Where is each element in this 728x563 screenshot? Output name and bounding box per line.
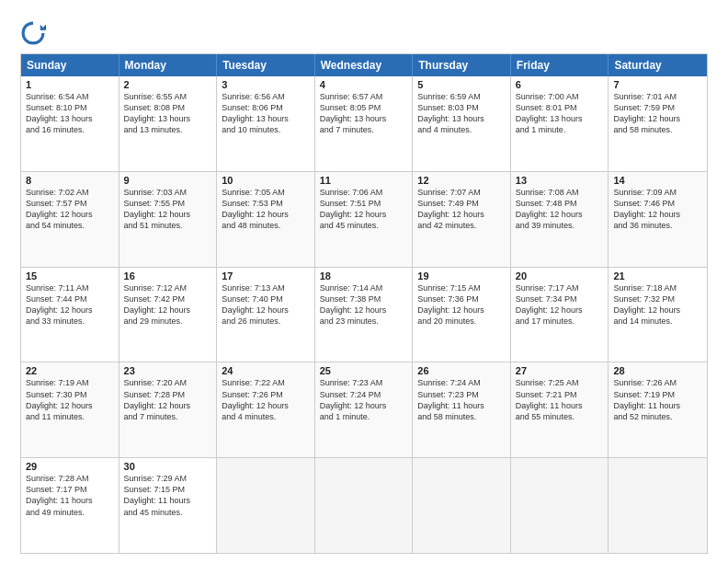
calendar-cell: 10Sunrise: 7:05 AM Sunset: 7:53 PM Dayli… <box>217 172 315 267</box>
day-number: 20 <box>516 270 604 282</box>
cell-details: Sunrise: 7:11 AM Sunset: 7:44 PM Dayligh… <box>26 282 114 327</box>
header-day-sunday: Sunday <box>21 54 119 76</box>
header <box>20 17 708 46</box>
day-number: 9 <box>124 175 212 186</box>
day-number: 24 <box>222 365 310 376</box>
calendar-cell: 14Sunrise: 7:09 AM Sunset: 7:46 PM Dayli… <box>609 172 707 267</box>
calendar-cell: 16Sunrise: 7:12 AM Sunset: 7:42 PM Dayli… <box>119 268 218 362</box>
calendar-cell <box>315 458 414 553</box>
cell-details: Sunrise: 7:20 AM Sunset: 7:28 PM Dayligh… <box>124 377 212 422</box>
calendar-cell: 4Sunrise: 6:57 AM Sunset: 8:05 PM Daylig… <box>315 76 414 171</box>
calendar-header: SundayMondayTuesdayWednesdayThursdayFrid… <box>21 54 707 76</box>
calendar-cell: 18Sunrise: 7:14 AM Sunset: 7:38 PM Dayli… <box>315 268 414 362</box>
cell-details: Sunrise: 7:17 AM Sunset: 7:34 PM Dayligh… <box>516 282 604 327</box>
header-day-friday: Friday <box>511 54 609 76</box>
cell-details: Sunrise: 6:57 AM Sunset: 8:05 PM Dayligh… <box>320 91 408 136</box>
cell-details: Sunrise: 7:09 AM Sunset: 7:46 PM Dayligh… <box>613 187 702 232</box>
cell-details: Sunrise: 7:15 AM Sunset: 7:36 PM Dayligh… <box>417 282 506 327</box>
day-number: 15 <box>26 270 114 282</box>
calendar-cell: 8Sunrise: 7:02 AM Sunset: 7:57 PM Daylig… <box>21 172 119 267</box>
calendar-cell: 24Sunrise: 7:22 AM Sunset: 7:26 PM Dayli… <box>217 362 315 457</box>
calendar-cell: 12Sunrise: 7:07 AM Sunset: 7:49 PM Dayli… <box>413 172 511 267</box>
calendar-cell: 11Sunrise: 7:06 AM Sunset: 7:51 PM Dayli… <box>315 172 414 267</box>
day-number: 1 <box>26 79 114 90</box>
day-number: 17 <box>222 270 310 282</box>
calendar: SundayMondayTuesdayWednesdayThursdayFrid… <box>20 53 708 554</box>
cell-details: Sunrise: 7:03 AM Sunset: 7:55 PM Dayligh… <box>124 187 212 232</box>
calendar-body: 1Sunrise: 6:54 AM Sunset: 8:10 PM Daylig… <box>21 76 707 553</box>
day-number: 7 <box>613 79 702 90</box>
cell-details: Sunrise: 6:56 AM Sunset: 8:06 PM Dayligh… <box>222 91 310 136</box>
calendar-cell: 5Sunrise: 6:59 AM Sunset: 8:03 PM Daylig… <box>413 76 511 171</box>
calendar-cell: 20Sunrise: 7:17 AM Sunset: 7:34 PM Dayli… <box>511 268 609 362</box>
calendar-cell <box>413 458 511 553</box>
calendar-cell: 26Sunrise: 7:24 AM Sunset: 7:23 PM Dayli… <box>413 362 511 457</box>
day-number: 26 <box>417 365 506 376</box>
day-number: 6 <box>516 79 604 90</box>
calendar-cell: 13Sunrise: 7:08 AM Sunset: 7:48 PM Dayli… <box>511 172 609 267</box>
day-number: 30 <box>124 461 212 472</box>
day-number: 19 <box>417 270 506 282</box>
calendar-week-3: 15Sunrise: 7:11 AM Sunset: 7:44 PM Dayli… <box>21 268 707 363</box>
day-number: 11 <box>320 175 408 186</box>
calendar-cell: 7Sunrise: 7:01 AM Sunset: 7:59 PM Daylig… <box>609 76 707 171</box>
day-number: 28 <box>613 365 702 376</box>
calendar-week-1: 1Sunrise: 6:54 AM Sunset: 8:10 PM Daylig… <box>21 76 707 172</box>
day-number: 25 <box>320 365 408 376</box>
cell-details: Sunrise: 7:02 AM Sunset: 7:57 PM Dayligh… <box>26 187 114 232</box>
calendar-cell: 19Sunrise: 7:15 AM Sunset: 7:36 PM Dayli… <box>413 268 511 362</box>
calendar-week-2: 8Sunrise: 7:02 AM Sunset: 7:57 PM Daylig… <box>21 172 707 268</box>
calendar-cell: 27Sunrise: 7:25 AM Sunset: 7:21 PM Dayli… <box>511 362 609 457</box>
day-number: 12 <box>417 175 506 186</box>
cell-details: Sunrise: 7:28 AM Sunset: 7:17 PM Dayligh… <box>26 473 114 518</box>
logo-icon <box>20 20 46 46</box>
day-number: 4 <box>320 79 408 90</box>
cell-details: Sunrise: 7:29 AM Sunset: 7:15 PM Dayligh… <box>124 473 212 518</box>
cell-details: Sunrise: 6:55 AM Sunset: 8:08 PM Dayligh… <box>124 91 212 136</box>
logo <box>20 20 50 46</box>
day-number: 23 <box>124 365 212 376</box>
calendar-cell: 6Sunrise: 7:00 AM Sunset: 8:01 PM Daylig… <box>511 76 609 171</box>
cell-details: Sunrise: 7:08 AM Sunset: 7:48 PM Dayligh… <box>516 187 604 232</box>
calendar-cell: 28Sunrise: 7:26 AM Sunset: 7:19 PM Dayli… <box>609 362 707 457</box>
cell-details: Sunrise: 7:26 AM Sunset: 7:19 PM Dayligh… <box>613 377 702 422</box>
calendar-cell: 25Sunrise: 7:23 AM Sunset: 7:24 PM Dayli… <box>315 362 414 457</box>
cell-details: Sunrise: 7:07 AM Sunset: 7:49 PM Dayligh… <box>417 187 506 232</box>
cell-details: Sunrise: 7:19 AM Sunset: 7:30 PM Dayligh… <box>26 377 114 422</box>
cell-details: Sunrise: 7:24 AM Sunset: 7:23 PM Dayligh… <box>417 377 506 422</box>
cell-details: Sunrise: 7:05 AM Sunset: 7:53 PM Dayligh… <box>222 187 310 232</box>
cell-details: Sunrise: 6:54 AM Sunset: 8:10 PM Dayligh… <box>26 91 114 136</box>
calendar-cell: 1Sunrise: 6:54 AM Sunset: 8:10 PM Daylig… <box>21 76 119 171</box>
calendar-cell: 9Sunrise: 7:03 AM Sunset: 7:55 PM Daylig… <box>119 172 218 267</box>
calendar-cell: 2Sunrise: 6:55 AM Sunset: 8:08 PM Daylig… <box>119 76 218 171</box>
day-number: 18 <box>320 270 408 282</box>
cell-details: Sunrise: 7:01 AM Sunset: 7:59 PM Dayligh… <box>613 91 702 136</box>
cell-details: Sunrise: 7:22 AM Sunset: 7:26 PM Dayligh… <box>222 377 310 422</box>
cell-details: Sunrise: 6:59 AM Sunset: 8:03 PM Dayligh… <box>417 91 506 136</box>
cell-details: Sunrise: 7:18 AM Sunset: 7:32 PM Dayligh… <box>613 282 702 327</box>
day-number: 5 <box>417 79 506 90</box>
header-day-wednesday: Wednesday <box>315 54 414 76</box>
calendar-cell: 22Sunrise: 7:19 AM Sunset: 7:30 PM Dayli… <box>21 362 119 457</box>
day-number: 22 <box>26 365 114 376</box>
day-number: 13 <box>516 175 604 186</box>
calendar-cell: 23Sunrise: 7:20 AM Sunset: 7:28 PM Dayli… <box>119 362 218 457</box>
calendar-cell: 15Sunrise: 7:11 AM Sunset: 7:44 PM Dayli… <box>21 268 119 362</box>
day-number: 16 <box>124 270 212 282</box>
cell-details: Sunrise: 7:25 AM Sunset: 7:21 PM Dayligh… <box>516 377 604 422</box>
cell-details: Sunrise: 7:06 AM Sunset: 7:51 PM Dayligh… <box>320 187 408 232</box>
calendar-cell: 17Sunrise: 7:13 AM Sunset: 7:40 PM Dayli… <box>217 268 315 362</box>
day-number: 29 <box>26 461 114 472</box>
cell-details: Sunrise: 7:00 AM Sunset: 8:01 PM Dayligh… <box>516 91 604 136</box>
day-number: 10 <box>222 175 310 186</box>
calendar-cell <box>217 458 315 553</box>
calendar-cell: 21Sunrise: 7:18 AM Sunset: 7:32 PM Dayli… <box>609 268 707 362</box>
calendar-cell: 3Sunrise: 6:56 AM Sunset: 8:06 PM Daylig… <box>217 76 315 171</box>
header-day-tuesday: Tuesday <box>217 54 315 76</box>
cell-details: Sunrise: 7:12 AM Sunset: 7:42 PM Dayligh… <box>124 282 212 327</box>
page: SundayMondayTuesdayWednesdayThursdayFrid… <box>0 0 728 563</box>
day-number: 21 <box>613 270 702 282</box>
day-number: 2 <box>124 79 212 90</box>
cell-details: Sunrise: 7:14 AM Sunset: 7:38 PM Dayligh… <box>320 282 408 327</box>
calendar-week-4: 22Sunrise: 7:19 AM Sunset: 7:30 PM Dayli… <box>21 362 707 458</box>
